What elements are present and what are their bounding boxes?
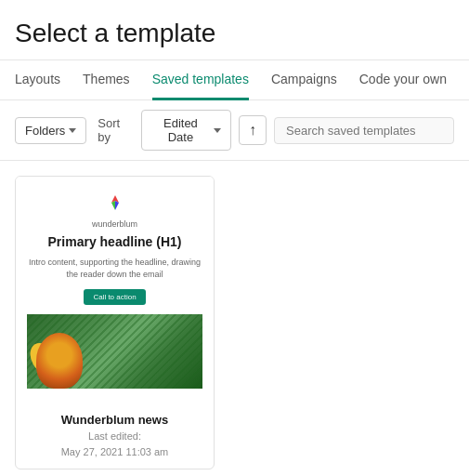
folders-chevron-icon [69,128,76,133]
tabs-nav: Layouts Themes Saved templates Campaigns… [0,60,469,100]
template-grid: wunderblum Primary headline (H1) Intro c… [15,176,454,469]
preview-headline: Primary headline (H1) [48,234,182,249]
page-header: Select a template [0,0,469,60]
tab-campaigns[interactable]: Campaigns [271,60,337,100]
template-preview: wunderblum Primary headline (H1) Intro c… [16,177,214,403]
template-card[interactable]: wunderblum Primary headline (H1) Intro c… [15,176,215,469]
last-edited-date: May 27, 2021 11:03 am [61,446,169,457]
toolbar: Folders Sort by Edited Date ↑ [0,100,469,161]
template-info: Wunderblum news Last edited: May 27, 202… [16,403,214,469]
preview-image [27,314,202,389]
folders-dropdown[interactable]: Folders [15,117,86,144]
tab-themes[interactable]: Themes [83,60,130,100]
tab-code-your-own[interactable]: Code your own [359,60,447,100]
content-area: wunderblum Primary headline (H1) Intro c… [0,161,469,476]
tab-saved-templates[interactable]: Saved templates [152,60,249,100]
sort-by-label: Sort by [98,116,134,144]
folders-label: Folders [25,124,65,138]
preview-cta: Call to action [84,289,145,305]
brand-logo-icon [102,192,128,218]
preview-body: Intro content, supporting the headline, … [27,257,202,280]
search-input[interactable] [274,117,454,144]
sort-order-button[interactable]: ↑ [239,115,267,145]
last-edited-label: Last edited: [88,430,141,442]
page-title: Select a template [15,19,454,48]
flower [36,333,83,389]
brand-logo: wunderblum [92,192,137,229]
template-meta: Last edited: May 27, 2021 11:03 am [27,429,202,459]
brand-name: wunderblum [92,219,137,229]
sort-chevron-icon [214,128,221,133]
sort-field-dropdown[interactable]: Edited Date [141,110,231,151]
template-name: Wunderblum news [27,413,202,427]
sort-field-label: Edited Date [151,116,210,144]
tab-layouts[interactable]: Layouts [15,60,60,100]
